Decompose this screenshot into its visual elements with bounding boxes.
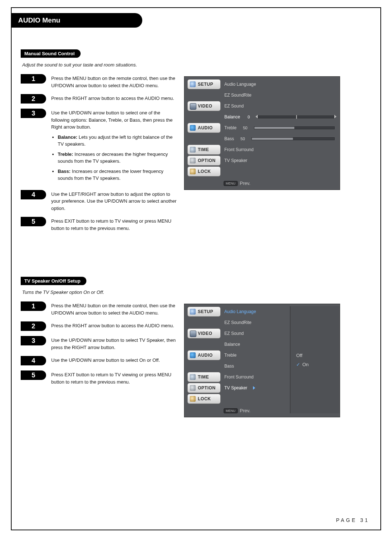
step-4: 4 Use the UP/DOWN arrow button to select… — [21, 356, 177, 365]
step-text: Press EXIT button to return to TV viewin… — [51, 370, 177, 385]
step-text: Use the UP/DOWN arrow button to select O… — [51, 356, 177, 364]
step-5: 5 Press EXIT button to return to TV view… — [21, 370, 177, 385]
section-heading: TV Speaker On/Off Setup — [21, 277, 86, 285]
step-number: 2 — [21, 94, 46, 104]
osd-item-balance: Balance — [223, 342, 290, 347]
audio-icon — [190, 125, 196, 131]
submenu-off: Off — [296, 353, 340, 358]
osd-item-treble: Treble 50 — [223, 125, 337, 130]
osd-item-ez-soundrite: EZ SoundRite — [223, 93, 337, 98]
osd-footer: MENU Prev. — [224, 408, 290, 413]
section-manual-sound: Manual Sound Control Adjust the sound to… — [21, 49, 371, 237]
osd-item-front-surround: Front Surround — [223, 374, 290, 380]
treble-value: 50 — [240, 126, 250, 130]
osd-item-tv-speaker: TV Speaker — [223, 158, 337, 163]
step-number: 5 — [21, 217, 46, 226]
section-desc: Turns the TV Speaker option On or Off. — [22, 289, 371, 295]
osd-item-ez-sound: EZ Sound — [223, 331, 290, 336]
osd-tab-lock: LOCK — [187, 394, 221, 404]
osd-tab-audio: AUDIO — [187, 350, 221, 360]
step-number: 4 — [21, 190, 46, 199]
menu-key-icon: MENU — [224, 181, 238, 186]
section-desc: Adjust the sound to suit your taste and … — [22, 62, 371, 68]
step-2: 2 Press the RIGHT arrow button to access… — [21, 94, 177, 104]
treble-slider — [254, 126, 335, 129]
step-number: 1 — [21, 74, 46, 84]
osd-tab-option: OPTION — [187, 383, 221, 393]
chevron-right-icon — [253, 386, 255, 390]
audio-icon — [190, 352, 196, 358]
setup-icon — [190, 309, 196, 315]
osd-audio-sliders: SETUP Audio Language EZ SoundRite VIDEO … — [184, 76, 340, 190]
osd-item-tv-speaker: TV Speaker — [223, 385, 290, 390]
step-4: 4 Use the LEFT/RIGHT arrow button to adj… — [21, 190, 177, 212]
osd-tab-video: VIDEO — [187, 101, 221, 111]
osd-item-bass: Bass 50 — [223, 136, 337, 141]
step-number: 3 — [21, 109, 46, 118]
step-3: 3 Use the UP/DOWN arrow button to select… — [21, 336, 177, 351]
osd-item-ez-soundrite: EZ SoundRite — [223, 320, 290, 325]
balance-slider — [257, 116, 335, 118]
osd-item-ez-sound: EZ Sound — [223, 104, 337, 109]
bass-value: 50 — [238, 137, 248, 141]
video-icon — [190, 103, 196, 110]
lock-icon — [190, 169, 196, 174]
steps-column: 1 Press the MENU button on the remote co… — [21, 74, 177, 237]
time-icon — [190, 374, 196, 380]
osd-tv-speaker: SETUP Audio Language EZ SoundRite VIDEO … — [184, 304, 340, 417]
step-2: 2 Press the RIGHT arrow button to access… — [21, 321, 177, 331]
lock-icon — [190, 396, 196, 402]
osd-item-audio-language: Audio Language — [223, 82, 337, 87]
step-number: 2 — [21, 321, 46, 331]
setup-icon — [190, 81, 196, 87]
step-text: Press the MENU button on the remote cont… — [51, 301, 177, 316]
osd-tab-option: OPTION — [187, 155, 221, 166]
option-icon — [190, 385, 196, 391]
step-text: Press the RIGHT arrow button to access t… — [51, 94, 177, 102]
option-icon — [190, 158, 196, 163]
menu-key-icon: MENU — [224, 408, 238, 413]
osd-item-balance: Balance 0 — [223, 114, 337, 119]
step-text: Use the LEFT/RIGHT arrow button to adjus… — [51, 190, 177, 212]
bass-slider — [252, 137, 335, 140]
osd-item-audio-language: Audio Language — [223, 309, 290, 314]
step-3: 3 Use the UP/DOWN arrow button to select… — [21, 109, 177, 185]
submenu-on: On — [296, 362, 340, 367]
step-1: 1 Press the MENU button on the remote co… — [21, 301, 177, 316]
manual-page: AUDIO Menu Manual Sound Control Adjust t… — [11, 7, 381, 530]
osd-tab-lock: LOCK — [187, 166, 221, 177]
step-5: 5 Press EXIT button to return to TV view… — [21, 217, 177, 232]
osd-tab-time: TIME — [187, 372, 221, 382]
step-text: Use the UP/DOWN arrow button to select T… — [51, 336, 177, 351]
time-icon — [190, 147, 196, 153]
balance-value: 0 — [244, 115, 254, 119]
step-number: 3 — [21, 336, 46, 345]
osd-tab-time: TIME — [187, 145, 221, 155]
bullet-list: Balance: Lets you adjust the left to rig… — [51, 134, 177, 182]
osd-tab-setup: SETUP — [187, 307, 221, 317]
bullet-treble: Treble: Increases or decreases the highe… — [58, 151, 177, 165]
bullet-balance: Balance: Lets you adjust the left to rig… — [58, 134, 177, 148]
step-number: 5 — [21, 370, 46, 380]
page-number: PAGE 31 — [336, 517, 369, 523]
osd-tab-video: VIDEO — [187, 328, 221, 339]
osd-item-front-surround: Front Surround — [223, 147, 337, 152]
step-text: Use the UP/DOWN arrow button to select o… — [51, 109, 177, 185]
page-title: AUDIO Menu — [12, 13, 380, 28]
video-icon — [190, 331, 196, 337]
prev-label: Prev. — [240, 408, 250, 413]
step-text: Press the MENU button on the remote cont… — [51, 74, 177, 89]
section-tv-speaker: TV Speaker On/Off Setup Turns the TV Spe… — [21, 277, 371, 417]
osd-item-bass: Bass — [223, 364, 290, 369]
prev-label: Prev. — [240, 181, 250, 186]
osd-tab-setup: SETUP — [187, 79, 221, 89]
step-number: 1 — [21, 301, 46, 311]
section-heading: Manual Sound Control — [21, 49, 81, 58]
page-title-bar: AUDIO Menu — [12, 13, 380, 28]
step-text-lead: Use the UP/DOWN arrow button to select o… — [51, 110, 173, 130]
osd-item-treble: Treble — [223, 353, 290, 358]
osd-footer: MENU Prev. — [224, 181, 337, 186]
osd-tab-audio: AUDIO — [187, 123, 221, 133]
step-text: Press EXIT button to return to TV viewin… — [51, 217, 177, 232]
step-1: 1 Press the MENU button on the remote co… — [21, 74, 177, 89]
